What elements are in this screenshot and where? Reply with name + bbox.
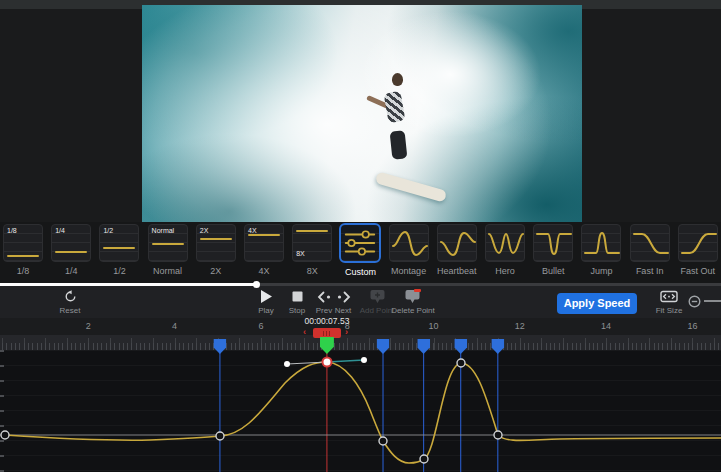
fastout-curve-icon [679, 225, 719, 263]
fit-size-label: Fit Size [656, 306, 683, 315]
scrub-handle[interactable] [313, 328, 341, 338]
zoom-out-icon[interactable] [688, 294, 701, 312]
play-label: Play [258, 306, 274, 315]
curve-point[interactable] [1, 431, 9, 439]
preset-thumbnail[interactable]: 1/8 [3, 224, 43, 262]
preset-fast-in[interactable]: Fast In [629, 224, 671, 282]
preset-caption: Montage [391, 266, 426, 276]
preset-thumbnail[interactable] [437, 224, 477, 262]
preset-fast-out[interactable]: Fast Out [677, 224, 719, 282]
preset-4x[interactable]: 4X4X [243, 224, 285, 282]
preset-inner-label: 1/8 [7, 227, 17, 235]
speed-level-line [103, 247, 135, 249]
montage-curve-icon [390, 225, 430, 263]
curve-point[interactable] [216, 432, 224, 440]
ruler-number: 16 [687, 321, 697, 331]
delete-point-button[interactable]: Delete Point [382, 290, 444, 315]
preset-thumbnail[interactable] [339, 223, 381, 263]
preset-caption: 1/8 [17, 266, 30, 276]
stop-icon [292, 290, 303, 303]
ruler-number: 2 [86, 321, 91, 331]
fit-size-button[interactable]: Fit Size [647, 290, 691, 315]
preset-8x[interactable]: 8X8X [291, 224, 333, 282]
fastin-curve-icon [631, 225, 671, 263]
preset-caption: 2X [210, 266, 221, 276]
preset-caption: Hero [495, 266, 515, 276]
preset-montage[interactable]: Montage [388, 224, 430, 282]
preset-caption: Custom [345, 267, 376, 277]
preset-thumbnail[interactable]: 8X [292, 224, 332, 262]
seek-handle[interactable] [253, 281, 260, 288]
scrub-left-chevron[interactable]: ‹ [303, 327, 306, 337]
preset-caption: Bullet [542, 266, 565, 276]
preset-inner-label: Normal [152, 227, 175, 235]
reset-button[interactable]: Reset [48, 290, 92, 315]
timeline-zoom-slider[interactable] [704, 300, 721, 302]
preset-thumbnail[interactable]: 1/2 [99, 224, 139, 262]
bullet-curve-icon [534, 225, 574, 263]
preset-1-4[interactable]: 1/41/4 [50, 224, 92, 282]
scrub-right-chevron[interactable]: › [345, 327, 348, 337]
delete-point-label: Delete Point [391, 306, 435, 315]
preset-caption: 1/4 [65, 266, 78, 276]
preset-1-2[interactable]: 1/21/2 [98, 224, 140, 282]
curve-point[interactable] [494, 431, 502, 439]
surfboard-shape [375, 171, 448, 202]
bezier-handle-dot[interactable] [284, 361, 290, 367]
preset-heartbeat[interactable]: Heartbeat [436, 224, 478, 282]
preset-2x[interactable]: 2X2X [195, 224, 237, 282]
timeline-ruler[interactable] [0, 335, 721, 350]
preset-jump[interactable]: Jump [580, 224, 622, 282]
speed-level-line [152, 243, 184, 245]
apply-speed-button[interactable]: Apply Speed [557, 293, 637, 314]
speed-level-line [200, 238, 232, 240]
preset-custom[interactable]: Custom [339, 224, 381, 282]
preset-caption: 8X [307, 266, 318, 276]
seek-bar[interactable] [0, 283, 721, 286]
preset-thumbnail[interactable] [389, 224, 429, 262]
preset-bullet[interactable]: Bullet [532, 224, 574, 282]
speed-curve-graph[interactable] [0, 350, 721, 472]
play-icon [261, 290, 272, 303]
preset-caption: 1/2 [113, 266, 126, 276]
surfer-legs-shape [389, 130, 407, 159]
preset-caption: Fast Out [681, 266, 716, 276]
preset-thumbnail[interactable] [533, 224, 573, 262]
curve-point[interactable] [379, 437, 387, 445]
preset-1-8[interactable]: 1/81/8 [2, 224, 44, 282]
preset-inner-label: 1/2 [103, 227, 113, 235]
preset-thumbnail[interactable]: 4X [244, 224, 284, 262]
reset-label: Reset [60, 306, 81, 315]
preset-normal[interactable]: NormalNormal [147, 224, 189, 282]
preset-inner-label: 1/4 [55, 227, 65, 235]
preset-caption: 4X [259, 266, 270, 276]
custom-sliders-icon [341, 225, 379, 261]
preset-hero[interactable]: Hero [484, 224, 526, 282]
video-frame [142, 5, 582, 222]
speed-level-line [248, 234, 280, 236]
preset-thumbnail[interactable]: Normal [148, 224, 188, 262]
speed-level-line [296, 230, 328, 232]
preset-thumbnail[interactable]: 1/4 [51, 224, 91, 262]
bezier-handle-dot[interactable] [361, 357, 367, 363]
toolbar: Reset Play Stop Prev Next Add Point [0, 283, 721, 318]
curve-point[interactable] [457, 359, 465, 367]
curve-point[interactable] [420, 455, 428, 463]
speed-ramping-window: { "preview": {"description": "surfer rid… [0, 0, 721, 472]
preset-thumbnail[interactable] [630, 224, 670, 262]
speed-preset-list: 1/81/81/41/41/21/2NormalNormal2X2X4X4X8X… [0, 224, 721, 282]
curve-point-selected[interactable] [323, 358, 332, 367]
preset-thumbnail[interactable] [581, 224, 621, 262]
delete-point-icon [405, 290, 421, 303]
heartbeat-curve-icon [438, 225, 478, 263]
preset-thumbnail[interactable] [485, 224, 525, 262]
ruler-number: 4 [172, 321, 177, 331]
ruler-minor-ticks [0, 343, 721, 350]
ruler-number: 12 [515, 321, 525, 331]
timeline-ruler-area: 246810121416 00:00:07.53 ‹ › [0, 318, 721, 350]
preset-thumbnail[interactable]: 2X [196, 224, 236, 262]
jump-curve-icon [582, 225, 622, 263]
speed-curve-canvas[interactable] [0, 350, 721, 472]
preset-thumbnail[interactable] [678, 224, 718, 262]
speed-level-line [55, 251, 87, 253]
